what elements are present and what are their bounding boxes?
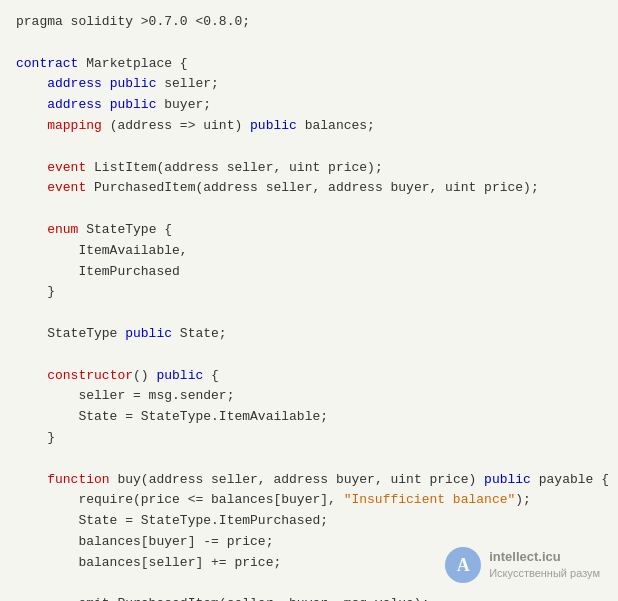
watermark-tagline: Искусственный разум xyxy=(489,566,600,580)
code-line: mapping (address => uint) public balance… xyxy=(16,116,602,137)
code-line: seller = msg.sender; xyxy=(16,386,602,407)
code-line xyxy=(16,199,602,220)
code-line: contract Marketplace { xyxy=(16,54,602,75)
code-line xyxy=(16,33,602,54)
code-line: address public seller; xyxy=(16,74,602,95)
code-line: require(price <= balances[buyer], "Insuf… xyxy=(16,490,602,511)
code-line: address public buyer; xyxy=(16,95,602,116)
code-line: constructor() public { xyxy=(16,366,602,387)
code-line xyxy=(16,137,602,158)
watermark-text: intellect.icu Искусственный разум xyxy=(489,549,600,580)
code-line xyxy=(16,303,602,324)
code-editor: pragma solidity >0.7.0 <0.8.0; contract … xyxy=(0,0,618,601)
code-line: ItemPurchased xyxy=(16,262,602,283)
code-line: } xyxy=(16,428,602,449)
code-line: } xyxy=(16,282,602,303)
code-line: pragma solidity >0.7.0 <0.8.0; xyxy=(16,12,602,33)
code-line xyxy=(16,449,602,470)
code-line: emit PurchasedItem(seller, buyer, msg.va… xyxy=(16,594,602,601)
code-line: function buy(address seller, address buy… xyxy=(16,470,602,491)
watermark-logo: A xyxy=(445,547,481,583)
code-line xyxy=(16,345,602,366)
code-line: State = StateType.ItemPurchased; xyxy=(16,511,602,532)
code-line: State = StateType.ItemAvailable; xyxy=(16,407,602,428)
code-line: enum StateType { xyxy=(16,220,602,241)
code-line: ItemAvailable, xyxy=(16,241,602,262)
code-line: event PurchasedItem(address seller, addr… xyxy=(16,178,602,199)
watermark: A intellect.icu Искусственный разум xyxy=(445,547,600,583)
code-line: StateType public State; xyxy=(16,324,602,345)
code-block: pragma solidity >0.7.0 <0.8.0; contract … xyxy=(16,12,602,601)
watermark-site: intellect.icu xyxy=(489,549,600,566)
code-line: event ListItem(address seller, uint pric… xyxy=(16,158,602,179)
